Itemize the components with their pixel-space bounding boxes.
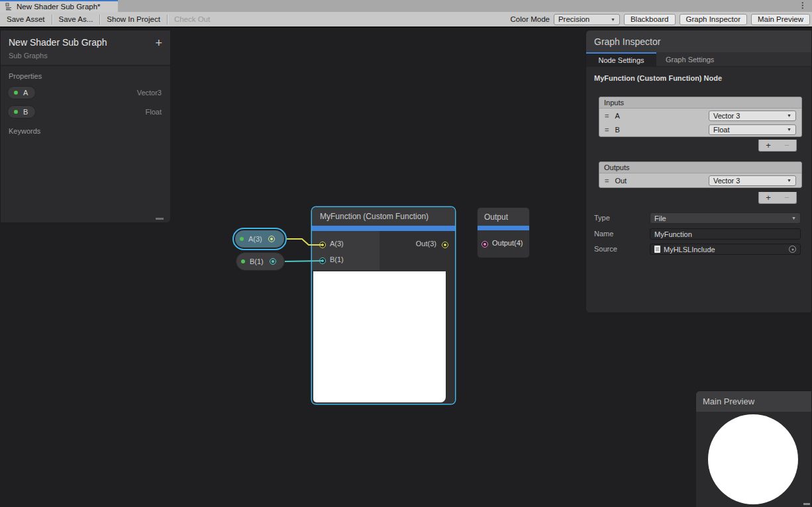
property-name: B xyxy=(23,108,28,116)
properties-section-header: Properties xyxy=(1,66,170,83)
input-type-dropdown[interactable]: Vector 3 ▼ xyxy=(709,111,796,121)
inputs-list: Inputs = A Vector 3 ▼ = B Float ▼ xyxy=(599,97,802,137)
save-asset-button[interactable]: Save Asset xyxy=(0,12,52,26)
property-type: Vector3 xyxy=(137,89,162,97)
property-node-a-output-port[interactable] xyxy=(268,236,275,242)
type-value: File xyxy=(654,214,666,222)
inputs-row-b[interactable]: = B Float ▼ xyxy=(599,122,801,136)
custom-function-node[interactable]: MyFunction (Custom Function) A(3) B(1) O… xyxy=(312,207,455,404)
graph-inspector-panel: Graph Inspector Node Settings Graph Sett… xyxy=(585,30,812,313)
input-name: A xyxy=(615,112,619,120)
tab-graph-settings[interactable]: Graph Settings xyxy=(656,52,723,67)
output-node-title: Output xyxy=(478,208,529,226)
color-mode-value: Precision xyxy=(558,15,589,23)
source-object-field[interactable]: MyHLSLInclude xyxy=(650,244,801,255)
name-field-label: Name xyxy=(594,230,613,238)
property-node-b[interactable]: B(1) xyxy=(236,252,285,271)
main-preview-toggle-button[interactable]: Main Preview xyxy=(751,14,810,25)
input-port-a-label: A(3) xyxy=(330,240,344,248)
input-port-b-label: B(1) xyxy=(330,255,344,263)
chevron-down-icon: ▼ xyxy=(787,178,791,183)
property-row-a: A Vector3 xyxy=(1,83,170,102)
blackboard-panel: New Shader Sub Graph Sub Graphs + Proper… xyxy=(0,30,171,223)
add-input-button[interactable]: + xyxy=(759,140,778,151)
tab-title: New Shader Sub Graph* xyxy=(17,3,101,11)
output-port-out-label: Out(3) xyxy=(416,240,436,248)
node-title: MyFunction (Custom Function) xyxy=(312,207,455,226)
output-type-value: Vector 3 xyxy=(713,177,740,185)
function-name-value: MyFunction xyxy=(654,230,692,238)
outputs-row-out[interactable]: = Out Vector 3 ▼ xyxy=(599,173,801,187)
overflow-menu-icon[interactable]: ⋮ xyxy=(799,1,807,10)
outputs-list: Outputs = Out Vector 3 ▼ xyxy=(599,161,802,188)
function-name-input[interactable]: MyFunction xyxy=(650,228,801,240)
hlsl-file-icon xyxy=(654,246,660,253)
inputs-list-footer: + − xyxy=(758,140,797,152)
property-pill-b[interactable]: B xyxy=(7,105,36,118)
property-type: Float xyxy=(146,108,162,116)
color-mode-label: Color Mode xyxy=(511,15,550,23)
property-dot-icon xyxy=(14,110,18,114)
show-in-project-button[interactable]: Show In Project xyxy=(100,12,167,26)
output-port-out[interactable] xyxy=(442,242,448,248)
add-output-button[interactable]: + xyxy=(759,192,778,203)
shader-graph-window: New Shader Sub Graph* ⋮ Save Asset Save … xyxy=(0,0,812,507)
toolbar-right-group: Color Mode Precision ▼ Blackboard Graph … xyxy=(511,14,812,25)
graph-inspector-toggle-button[interactable]: Graph Inspector xyxy=(680,14,747,25)
node-precision-bar xyxy=(312,226,455,231)
inputs-list-header: Inputs xyxy=(599,97,801,109)
drag-handle-icon[interactable]: = xyxy=(605,112,609,120)
node-output-column xyxy=(380,231,455,270)
type-dropdown[interactable]: File ▼ xyxy=(650,212,801,224)
output-node-input-port[interactable] xyxy=(482,241,488,248)
source-field-label: Source xyxy=(594,245,617,253)
chevron-down-icon: ▼ xyxy=(791,216,796,220)
preview-resize-handle[interactable] xyxy=(803,503,810,505)
property-dot-icon xyxy=(241,259,245,263)
add-property-button[interactable]: + xyxy=(155,37,162,49)
property-pill-a[interactable]: A xyxy=(7,86,36,99)
input-type-value: Vector 3 xyxy=(713,112,740,120)
source-value: MyHLSLInclude xyxy=(664,246,715,254)
node-preview-surface xyxy=(313,271,446,402)
graph-document-tab[interactable]: New Shader Sub Graph* xyxy=(0,0,118,12)
input-port-b[interactable] xyxy=(319,257,326,264)
output-name: Out xyxy=(615,177,627,185)
keywords-section-header: Keywords xyxy=(1,121,170,138)
property-node-b-output-port[interactable] xyxy=(270,258,276,265)
property-node-b-label: B(1) xyxy=(250,257,264,265)
property-name: A xyxy=(23,89,28,97)
graph-inspector-title: Graph Inspector xyxy=(586,30,811,52)
outputs-list-footer: + − xyxy=(758,192,797,204)
output-node[interactable]: Output Output(4) xyxy=(477,207,530,258)
property-row-b: B Float xyxy=(1,102,170,121)
subgraph-asset-icon xyxy=(5,3,13,11)
blackboard-subtitle: Sub Graphs xyxy=(9,52,162,60)
remove-output-button: − xyxy=(778,192,796,203)
window-tab-strip: New Shader Sub Graph* ⋮ xyxy=(0,0,812,12)
main-preview-panel: Main Preview xyxy=(695,391,812,507)
save-as-button[interactable]: Save As... xyxy=(52,12,100,26)
output-node-port-label: Output(4) xyxy=(492,239,523,247)
blackboard-toggle-button[interactable]: Blackboard xyxy=(624,14,676,25)
type-field-label: Type xyxy=(594,214,610,222)
property-dot-icon xyxy=(14,91,18,95)
node-precision-bar xyxy=(478,226,529,230)
blackboard-title: New Shader Sub Graph xyxy=(9,37,162,48)
chevron-down-icon: ▼ xyxy=(787,127,791,132)
chevron-down-icon: ▼ xyxy=(611,17,615,22)
tab-node-settings[interactable]: Node Settings xyxy=(586,52,656,67)
graph-toolbar: Save Asset Save As... Show In Project Ch… xyxy=(0,12,812,26)
object-picker-icon[interactable] xyxy=(789,246,796,253)
property-dot-icon xyxy=(240,237,244,241)
drag-handle-icon[interactable]: = xyxy=(605,126,609,134)
input-type-dropdown[interactable]: Float ▼ xyxy=(709,124,796,135)
blackboard-resize-handle[interactable] xyxy=(156,218,164,220)
remove-input-button: − xyxy=(778,140,796,151)
output-type-dropdown[interactable]: Vector 3 ▼ xyxy=(709,175,796,186)
inputs-row-a[interactable]: = A Vector 3 ▼ xyxy=(599,109,801,122)
drag-handle-icon[interactable]: = xyxy=(605,177,609,185)
property-node-a[interactable]: A(3) xyxy=(232,228,287,250)
color-mode-dropdown[interactable]: Precision ▼ xyxy=(554,14,620,25)
input-port-a[interactable] xyxy=(319,242,326,248)
